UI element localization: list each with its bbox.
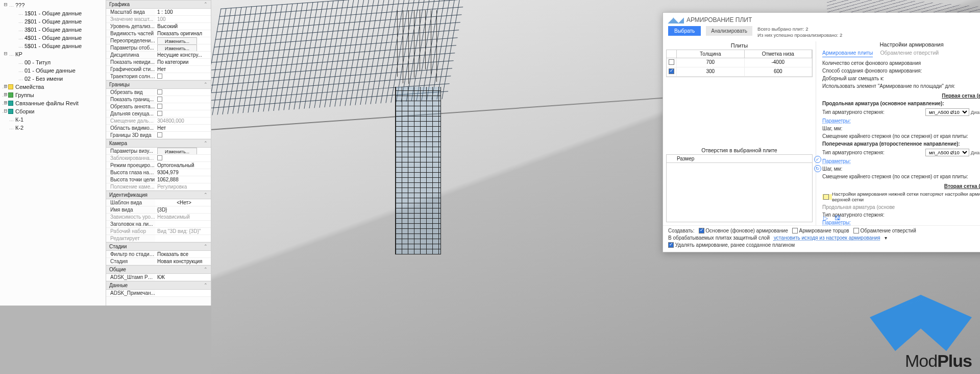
group-data[interactable]: Данные: [106, 281, 211, 290]
opt-main-checkbox[interactable]: [699, 228, 704, 233]
prop-value[interactable]: Новая конструкция: [155, 258, 211, 265]
prop-value: Вид "3D вид: {3D}": [155, 228, 211, 235]
tree-asm-item[interactable]: К-1: [0, 115, 106, 124]
tree-view[interactable]: 3$01 - Общие данные: [0, 26, 106, 34]
holes-table[interactable]: Размер ✓ ↻: [666, 154, 796, 222]
assemblies-icon: [8, 109, 13, 114]
prop-value[interactable]: Ортогональный: [155, 162, 211, 169]
properties-panel[interactable]: Графика Масштаб вида1 : 100 Значение мас…: [106, 0, 211, 306]
table-row[interactable]: 700 -4000: [667, 58, 796, 67]
prop-value: Регулировка: [155, 183, 211, 190]
project-browser[interactable]: ⊟??? 1$01 - Общие данные 2$01 - Общие да…: [0, 0, 106, 306]
reinforcement-dialog[interactable]: ◢◣◢ АРМИРОВАНИЕ ПЛИТ Выбрать Анализирова…: [663, 12, 796, 252]
tree-view[interactable]: 5$01 - Общие данные: [0, 42, 106, 50]
tree-families[interactable]: ⊞Семейства: [0, 83, 106, 91]
tree-view[interactable]: 4$01 - Общие данные: [0, 34, 106, 42]
stats-text: Всего выбрано плит: 2 Из них успешно про…: [757, 26, 796, 38]
row-checkbox[interactable]: [669, 59, 674, 65]
prop-value[interactable]: Несущие констру...: [155, 52, 211, 58]
groups-icon: [8, 92, 13, 98]
tree-view[interactable]: 1$01 - Общие данные: [0, 9, 106, 17]
prop-value: Независимый: [155, 214, 211, 220]
prop-value[interactable]: Показать оригинал: [155, 30, 211, 37]
row-checkbox[interactable]: [669, 68, 674, 74]
tree-asm-item[interactable]: К-2: [0, 124, 106, 132]
tree-links[interactable]: ⊞Связанные файлы Revit: [0, 99, 106, 107]
edit-button[interactable]: Изменить...: [157, 37, 197, 44]
create-label: Создавать:: [668, 228, 695, 233]
families-icon: [8, 84, 13, 89]
tree-assemblies[interactable]: ⊟Сборки: [0, 107, 106, 115]
col-bottom-mark: Отметка низа: [745, 50, 797, 58]
prop-value[interactable]: {3D}: [155, 206, 211, 213]
group-graphics[interactable]: Графика: [106, 0, 211, 9]
opt-ends-checkbox[interactable]: [792, 228, 796, 233]
checkbox[interactable]: [157, 97, 162, 102]
prop-value[interactable]: [155, 290, 211, 296]
edit-button[interactable]: Изменить...: [157, 44, 197, 51]
checkbox[interactable]: [157, 132, 162, 137]
links-icon: [8, 101, 13, 106]
prop-value[interactable]: Высокий: [155, 23, 211, 30]
group-phasing[interactable]: Стадии: [106, 242, 211, 251]
edit-button[interactable]: Изменить...: [157, 148, 197, 154]
col-thickness: Толщина: [677, 50, 745, 58]
plugin-logo-icon: ◢◣◢: [668, 16, 683, 24]
tree-kp[interactable]: ⊟КР: [0, 50, 106, 58]
group-bounds[interactable]: Границы: [106, 80, 211, 89]
table-row[interactable]: 300 600: [667, 67, 796, 77]
tree-unknown[interactable]: ⊟???: [0, 1, 106, 9]
group-camera[interactable]: Камера: [106, 139, 211, 148]
cover-dropdown[interactable]: установить исходя из настроек армировани…: [774, 235, 796, 241]
dialog-title: АРМИРОВАНИЕ ПЛИТ: [687, 16, 752, 24]
prop-value[interactable]: Нет: [155, 125, 211, 131]
prop-value[interactable]: По категории: [155, 59, 211, 65]
tree-kp-item[interactable]: 00 - Титул: [0, 58, 106, 66]
prop-value[interactable]: Показать все: [155, 251, 211, 258]
prop-value[interactable]: 9304,979: [155, 169, 211, 176]
tree-kp-item[interactable]: 01 - Общие данные: [0, 66, 106, 75]
plates-table[interactable]: Толщина Отметка низа 700 -4000 300 600: [666, 50, 796, 77]
tree-view[interactable]: 2$01 - Общие данные: [0, 17, 106, 26]
group-shared[interactable]: Общие: [106, 265, 211, 274]
3d-viewport[interactable]: ◢◣◢ АРМИРОВАНИЕ ПЛИТ Выбрать Анализирова…: [211, 0, 796, 306]
delete-old-checkbox[interactable]: [668, 242, 674, 248]
prop-value: 100: [155, 16, 211, 22]
tree-groups[interactable]: ⊞Группы: [0, 91, 106, 99]
checkbox[interactable]: [157, 111, 162, 116]
prop-value[interactable]: [155, 221, 211, 227]
col-size: Размер: [675, 155, 796, 162]
rebar-column: [395, 10, 441, 254]
tree-kp-item[interactable]: 02 - Без имени: [0, 75, 106, 83]
checkbox: [157, 155, 162, 160]
prop-value[interactable]: 1062,888: [155, 176, 211, 183]
prop-value[interactable]: КЖ: [155, 274, 211, 280]
prop-value[interactable]: Нет: [155, 66, 211, 73]
checkbox[interactable]: [157, 89, 162, 95]
plates-heading: Плиты: [663, 41, 796, 50]
checkbox[interactable]: [157, 74, 162, 79]
select-button[interactable]: Выбрать: [668, 26, 701, 36]
prop-value[interactable]: 1 : 100: [155, 9, 211, 15]
prop-value[interactable]: <Нет>: [155, 199, 211, 206]
checkbox[interactable]: [157, 104, 162, 109]
holes-heading: Отверстия в выбранной плите: [663, 144, 796, 154]
prop-value: 304800,000: [155, 118, 211, 124]
analyze-button[interactable]: Анализировать: [706, 26, 752, 36]
group-ident[interactable]: Идентификация: [106, 191, 211, 199]
prop-value: [155, 235, 211, 242]
